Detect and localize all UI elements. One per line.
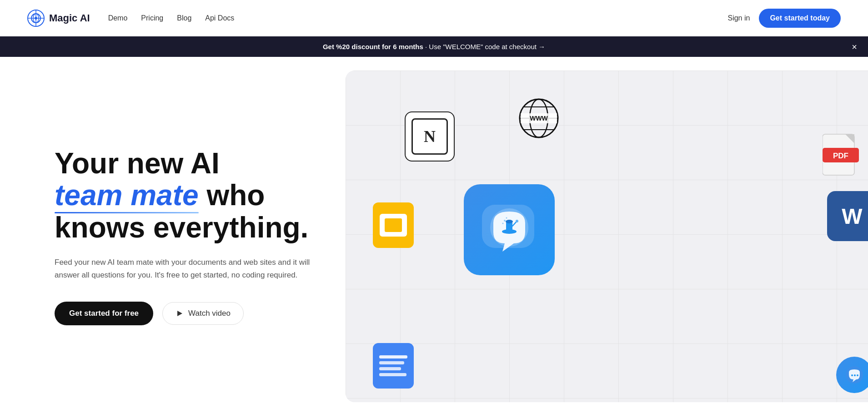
logo-icon bbox=[27, 10, 45, 27]
svg-point-22 bbox=[506, 220, 513, 223]
svg-text:PDF: PDF bbox=[833, 151, 848, 160]
hero-buttons: Get started for free Watch video bbox=[55, 302, 327, 325]
word-icon: W bbox=[827, 191, 868, 241]
svg-point-26 bbox=[506, 217, 507, 219]
hero-title-line2: who bbox=[199, 179, 265, 212]
google-docs-icon bbox=[373, 343, 414, 389]
svg-point-27 bbox=[502, 223, 504, 224]
banner-text: Get %20 discount for 6 months · Use "WEL… bbox=[323, 43, 545, 50]
logo[interactable]: Magic AI bbox=[27, 10, 90, 27]
nav-blog[interactable]: Blog bbox=[177, 14, 191, 22]
svg-point-30 bbox=[854, 374, 856, 376]
svg-point-24 bbox=[516, 220, 518, 222]
play-icon bbox=[176, 309, 184, 318]
google-slides-icon bbox=[373, 202, 414, 248]
hero-left: Your new AI team mate who knows everythi… bbox=[0, 57, 355, 416]
get-started-button[interactable]: Get started today bbox=[759, 9, 841, 28]
watch-video-label: Watch video bbox=[188, 309, 231, 318]
pdf-icon: PDF bbox=[823, 130, 863, 180]
hero-illustration: N WWW bbox=[346, 71, 868, 402]
banner-close-button[interactable]: × bbox=[852, 42, 857, 51]
hero-right-panel: N WWW bbox=[346, 71, 868, 402]
svg-point-5 bbox=[35, 17, 37, 20]
svg-text:WWW: WWW bbox=[530, 115, 548, 122]
chat-widget-icon[interactable] bbox=[836, 357, 868, 393]
navbar: Magic AI Demo Pricing Blog Api Docs Sign… bbox=[0, 0, 868, 36]
notion-letter: N bbox=[411, 118, 448, 155]
hero-title-line3: knows everything. bbox=[55, 211, 308, 244]
nav-pricing[interactable]: Pricing bbox=[141, 14, 163, 22]
notion-icon: N bbox=[405, 111, 455, 162]
www-globe-icon: WWW bbox=[514, 93, 564, 143]
svg-point-25 bbox=[504, 220, 506, 222]
nav-api-docs[interactable]: Api Docs bbox=[205, 14, 234, 22]
hero-title-highlight: team mate bbox=[55, 179, 199, 211]
announcement-banner: Get %20 discount for 6 months · Use "WEL… bbox=[0, 36, 868, 57]
hero-description: Feed your new AI team mate with your doc… bbox=[55, 256, 318, 282]
nav-right: Sign in Get started today bbox=[728, 9, 841, 28]
svg-marker-6 bbox=[177, 311, 182, 316]
svg-point-31 bbox=[857, 374, 858, 376]
sign-in-button[interactable]: Sign in bbox=[728, 14, 750, 22]
banner-highlight: Get %20 discount for 6 months bbox=[323, 43, 423, 50]
magic-ai-chat-icon bbox=[464, 184, 555, 275]
hero-cta-secondary-button[interactable]: Watch video bbox=[162, 302, 244, 325]
banner-rest: · Use "WELCOME" code at checkout → bbox=[423, 43, 545, 50]
hero-title: Your new AI team mate who knows everythi… bbox=[55, 147, 327, 243]
nav-left: Magic AI Demo Pricing Blog Api Docs bbox=[27, 10, 234, 27]
nav-links: Demo Pricing Blog Api Docs bbox=[108, 14, 235, 22]
logo-text: Magic AI bbox=[49, 12, 90, 24]
hero-cta-primary-button[interactable]: Get started for free bbox=[55, 302, 153, 325]
hero-title-line1: Your new AI bbox=[55, 147, 220, 180]
nav-demo[interactable]: Demo bbox=[108, 14, 128, 22]
hero-section: Your new AI team mate who knows everythi… bbox=[0, 57, 868, 416]
svg-point-29 bbox=[851, 374, 853, 376]
